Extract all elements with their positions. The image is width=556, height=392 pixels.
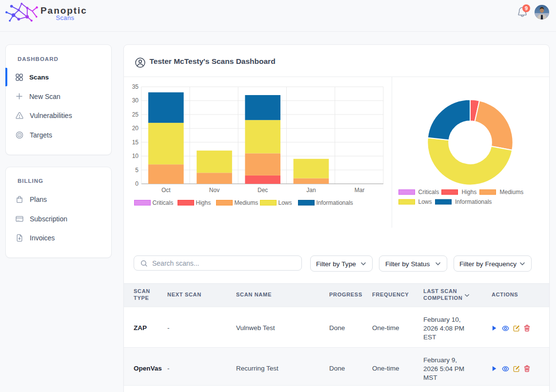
svg-text:Criticals: Criticals xyxy=(152,199,173,206)
svg-text:Mar: Mar xyxy=(354,187,364,194)
svg-text:Lows: Lows xyxy=(278,199,292,206)
svg-text:Jan: Jan xyxy=(306,187,316,194)
svg-text:30: 30 xyxy=(132,97,139,104)
svg-text:5: 5 xyxy=(135,167,139,174)
svg-text:Highs: Highs xyxy=(461,189,477,196)
svg-text:Mediums: Mediums xyxy=(499,189,523,196)
svg-text:Scans: Scans xyxy=(56,14,75,21)
svg-text:Criticals: Criticals xyxy=(418,189,439,196)
svg-text:0: 0 xyxy=(135,180,139,187)
svg-text:15: 15 xyxy=(132,139,139,146)
svg-text:Nov: Nov xyxy=(209,187,219,194)
svg-text:Informationals: Informationals xyxy=(316,199,353,206)
svg-text:Dec: Dec xyxy=(258,187,268,194)
svg-text:10: 10 xyxy=(132,153,139,159)
svg-text:20: 20 xyxy=(132,125,139,132)
svg-text:Lows: Lows xyxy=(418,198,432,205)
svg-text:35: 35 xyxy=(132,83,139,90)
svg-text:Oct: Oct xyxy=(161,187,170,194)
svg-text:Highs: Highs xyxy=(196,199,211,206)
svg-text:Informationals: Informationals xyxy=(455,198,492,205)
svg-text:Mediums: Mediums xyxy=(234,199,258,206)
svg-text:25: 25 xyxy=(132,111,139,118)
